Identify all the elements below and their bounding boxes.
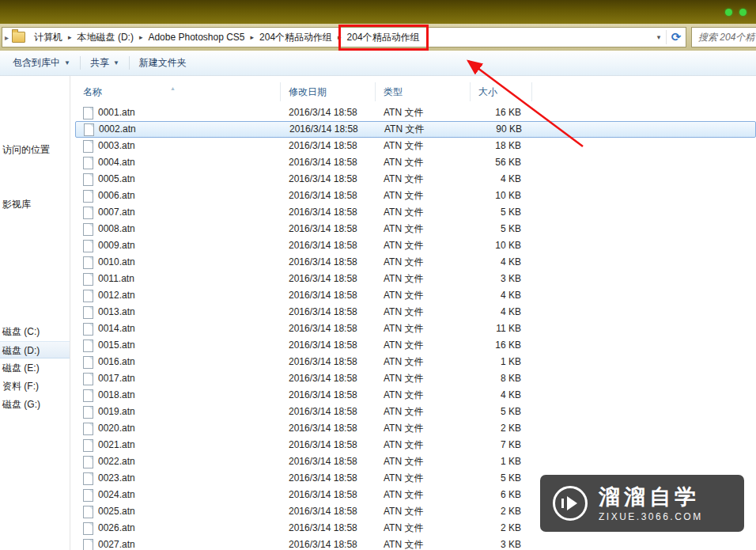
breadcrumb-item[interactable]: 204个精品动作组 <box>255 28 337 47</box>
file-type: ATN 文件 <box>376 221 471 237</box>
file-row[interactable]: 0012.atn2016/3/14 18:58ATN 文件4 KB <box>75 287 756 304</box>
sidebar-item[interactable]: 磁盘 (D:) <box>0 341 70 358</box>
file-type: ATN 文件 <box>376 337 471 354</box>
file-type: ATN 文件 <box>376 154 471 171</box>
file-row[interactable]: 0027.atn2016/3/14 18:58ATN 文件3 KB <box>75 537 756 550</box>
file-row[interactable]: 0013.atn2016/3/14 18:58ATN 文件4 KB <box>75 304 756 321</box>
file-row[interactable]: 0003.atn2016/3/14 18:58ATN 文件18 KB <box>75 138 756 154</box>
file-size: 2 KB <box>471 503 532 520</box>
toolbar-button[interactable]: 共享▼ <box>81 51 129 75</box>
folder-icon[interactable] <box>12 32 25 43</box>
file-type: ATN 文件 <box>376 537 471 550</box>
file-icon <box>83 356 93 369</box>
file-row[interactable]: 0011.atn2016/3/14 18:58ATN 文件3 KB <box>75 271 756 287</box>
file-icon <box>83 190 93 203</box>
file-icon <box>83 273 93 286</box>
file-date: 2016/3/14 18:58 <box>281 470 376 487</box>
file-type: ATN 文件 <box>376 453 471 470</box>
file-size: 7 KB <box>471 437 532 453</box>
file-size: 11 KB <box>471 321 532 337</box>
file-date: 2016/3/14 18:58 <box>281 138 376 154</box>
file-size: 3 KB <box>471 271 532 287</box>
breadcrumb-item[interactable]: 计算机 <box>29 28 67 47</box>
file-date: 2016/3/14 18:58 <box>281 387 376 404</box>
file-name: 0002.atn <box>99 122 136 137</box>
file-row[interactable]: 0005.atn2016/3/14 18:58ATN 文件4 KB <box>75 171 756 188</box>
toolbar-button-label: 包含到库中 <box>13 56 60 70</box>
file-size: 10 KB <box>471 188 532 204</box>
file-type: ATN 文件 <box>376 321 471 337</box>
file-row[interactable]: 0004.atn2016/3/14 18:58ATN 文件56 KB <box>75 154 756 171</box>
file-row[interactable]: 0014.atn2016/3/14 18:58ATN 文件11 KB <box>75 321 756 337</box>
address-bar[interactable]: ▸ 计算机▸本地磁盘 (D:)▸Adobe Photoshop CS5▸204个… <box>2 27 686 47</box>
file-name: 0021.atn <box>98 437 135 453</box>
search-input[interactable]: 搜索 204个精 <box>691 27 756 47</box>
column-header-type[interactable]: 类型 <box>376 82 471 101</box>
watermark: 溜溜自学 ZIXUE.3066.COM <box>540 475 744 532</box>
toolbar-button[interactable]: 新建文件夹 <box>130 51 196 75</box>
toolbar-button[interactable]: 包含到库中▼ <box>3 51 80 75</box>
file-icon <box>83 472 93 485</box>
file-date: 2016/3/14 18:58 <box>281 520 376 537</box>
sidebar-item[interactable]: 影视库 <box>0 195 70 213</box>
file-name: 0010.atn <box>98 254 135 271</box>
file-icon <box>83 423 93 435</box>
column-header-date[interactable]: 修改日期 <box>281 82 376 101</box>
file-name: 0017.atn <box>98 370 135 387</box>
file-row[interactable]: 0017.atn2016/3/14 18:58ATN 文件8 KB <box>75 370 756 387</box>
file-name: 0012.atn <box>98 287 135 304</box>
file-name: 0016.atn <box>98 354 135 370</box>
breadcrumb-item[interactable]: Adobe Photoshop CS5 <box>143 29 249 45</box>
sort-ascending-icon: ▲ <box>170 79 176 98</box>
file-date: 2016/3/14 18:58 <box>281 453 376 470</box>
file-icon <box>83 223 93 236</box>
file-row[interactable]: 0010.atn2016/3/14 18:58ATN 文件4 KB <box>75 254 756 271</box>
file-row[interactable]: 0002.atn2016/3/14 18:58ATN 文件90 KB <box>75 121 756 138</box>
breadcrumb-item[interactable]: 204个精品动作组 <box>342 28 425 47</box>
file-row[interactable]: 0018.atn2016/3/14 18:58ATN 文件4 KB <box>75 387 756 404</box>
address-dropdown-icon[interactable]: ▾ <box>652 33 666 41</box>
file-row[interactable]: 0019.atn2016/3/14 18:58ATN 文件5 KB <box>75 404 756 420</box>
file-icon <box>83 506 93 518</box>
refresh-icon[interactable]: ⟳ <box>666 30 686 44</box>
file-row[interactable]: 0016.atn2016/3/14 18:58ATN 文件1 KB <box>75 354 756 370</box>
sidebar-item[interactable]: 磁盘 (G:) <box>0 396 70 413</box>
file-size: 5 KB <box>471 404 532 420</box>
file-type: ATN 文件 <box>376 287 471 304</box>
column-header-name[interactable]: 名称▲ <box>75 82 281 101</box>
file-row[interactable]: 0007.atn2016/3/14 18:58ATN 文件5 KB <box>75 204 756 221</box>
file-icon <box>83 173 93 186</box>
watermark-text: 溜溜自学 ZIXUE.3066.COM <box>599 485 703 522</box>
file-name: 0023.atn <box>98 470 135 487</box>
file-icon <box>83 323 93 336</box>
file-row[interactable]: 0001.atn2016/3/14 18:58ATN 文件16 KB <box>75 104 756 121</box>
file-date: 2016/3/14 18:58 <box>281 437 376 453</box>
column-headers: 名称▲修改日期类型大小 <box>75 82 756 101</box>
column-header-size[interactable]: 大小 <box>471 82 532 101</box>
sidebar-item[interactable]: 资料 (F:) <box>0 377 70 395</box>
file-name: 0015.atn <box>98 337 135 354</box>
file-row[interactable]: 0009.atn2016/3/14 18:58ATN 文件10 KB <box>75 237 756 254</box>
file-row[interactable]: 0021.atn2016/3/14 18:58ATN 文件7 KB <box>75 437 756 453</box>
file-icon <box>83 456 93 468</box>
file-date: 2016/3/14 18:58 <box>281 237 376 254</box>
file-row[interactable]: 0006.atn2016/3/14 18:58ATN 文件10 KB <box>75 188 756 204</box>
file-name: 0025.atn <box>98 503 135 520</box>
sidebar-item[interactable]: 磁盘 (E:) <box>0 359 70 377</box>
file-date: 2016/3/14 18:58 <box>281 104 376 121</box>
chevron-right-icon[interactable]: ▸ <box>2 33 11 42</box>
file-icon <box>83 373 93 385</box>
sidebar-item[interactable]: 磁盘 (C:) <box>0 323 70 340</box>
file-row[interactable]: 0022.atn2016/3/14 18:58ATN 文件1 KB <box>75 453 756 470</box>
file-type: ATN 文件 <box>376 503 471 520</box>
file-row[interactable]: 0020.atn2016/3/14 18:58ATN 文件2 KB <box>75 420 756 437</box>
file-row[interactable]: 0015.atn2016/3/14 18:58ATN 文件16 KB <box>75 337 756 354</box>
file-row[interactable]: 0008.atn2016/3/14 18:58ATN 文件5 KB <box>75 221 756 237</box>
file-icon <box>83 140 93 153</box>
chevron-down-icon: ▼ <box>113 59 119 66</box>
file-name: 0003.atn <box>98 138 135 154</box>
file-size: 6 KB <box>471 487 532 503</box>
file-size: 2 KB <box>471 420 532 437</box>
sidebar-item[interactable]: 访问的位置 <box>0 141 70 158</box>
breadcrumb-item[interactable]: 本地磁盘 (D:) <box>73 28 138 47</box>
